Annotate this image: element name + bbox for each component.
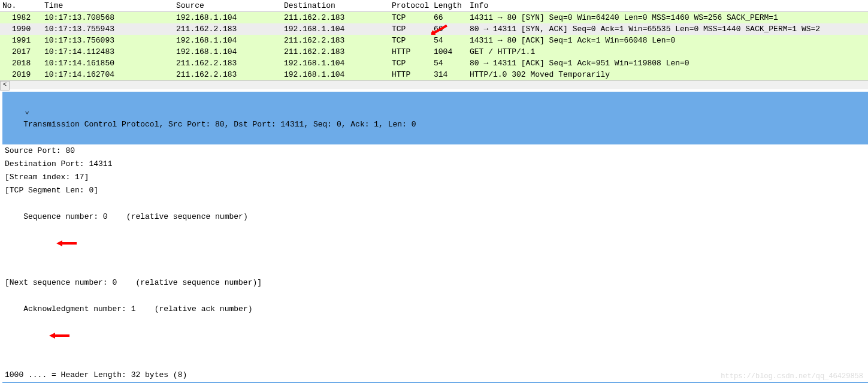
annotation-arrow-icon (28, 224, 77, 263)
packet-cell-len: 54 (431, 35, 467, 46)
packet-cell-no: 2017 (0, 46, 42, 58)
detail-dst-port[interactable]: Destination Port: 14311 (2, 158, 868, 171)
packet-row[interactable]: 201810:17:14.161850211.162.2.183192.168.… (0, 58, 868, 69)
packet-cell-src: 211.162.2.183 (174, 23, 282, 35)
packet-cell-proto: HTTP (389, 46, 431, 58)
packet-cell-time: 10:17:14.112483 (42, 46, 174, 58)
packet-row[interactable]: 198210:17:13.708568192.168.1.104211.162.… (0, 12, 868, 24)
packet-cell-proto: TCP (389, 35, 431, 46)
packet-cell-len: 66 (431, 23, 467, 35)
col-header-protocol[interactable]: Protocol (389, 0, 431, 12)
detail-header-length[interactable]: 1000 .... = Header Length: 32 bytes (8) (2, 369, 868, 382)
packet-cell-info: HTTP/1.0 302 Moved Temporarily (467, 69, 868, 80)
packet-cell-info: 14311 → 80 [ACK] Seq=1 Ack=1 Win=66048 L… (467, 35, 868, 46)
packet-cell-dst: 211.162.2.183 (282, 35, 389, 46)
horizontal-scrollbar[interactable]: < (0, 80, 868, 89)
packet-cell-no: 1982 (0, 12, 42, 24)
packet-list-table[interactable]: No. Time Source Destination Protocol Len… (0, 0, 868, 80)
packet-row[interactable]: 201710:17:14.112483192.168.1.104211.162.… (0, 46, 868, 58)
annotation-arrow-icon (21, 316, 69, 355)
packet-cell-len: 66 (431, 12, 467, 24)
col-header-info[interactable]: Info (467, 0, 868, 12)
col-header-length[interactable]: Length (431, 0, 467, 12)
packet-cell-info: 14311 → 80 [SYN] Seq=0 Win=64240 Len=0 M… (467, 12, 868, 24)
packet-cell-info: GET / HTTP/1.1 (467, 46, 868, 58)
packet-cell-proto: TCP (389, 23, 431, 35)
packet-cell-time: 10:17:13.755943 (42, 23, 174, 35)
scroll-left-button[interactable]: < (0, 81, 10, 91)
packet-row[interactable]: 201910:17:14.162704211.162.2.183192.168.… (0, 69, 868, 80)
packet-details-pane[interactable]: ⌄ Transmission Control Protocol, Src Por… (0, 89, 868, 383)
packet-cell-dst: 192.168.1.104 (282, 23, 389, 35)
packet-row[interactable]: 199110:17:13.756093192.168.1.104211.162.… (0, 35, 868, 46)
packet-cell-dst: 192.168.1.104 (282, 69, 389, 80)
packet-cell-proto: TCP (389, 58, 431, 69)
col-header-no[interactable]: No. (0, 0, 42, 12)
detail-sequence-number[interactable]: Sequence number: 0 (relative sequence nu… (2, 197, 868, 276)
svg-marker-2 (49, 333, 69, 339)
packet-cell-no: 1991 (0, 35, 42, 46)
packet-row[interactable]: 199010:17:13.755943211.162.2.183192.168.… (0, 23, 868, 35)
packet-cell-dst: 211.162.2.183 (282, 12, 389, 24)
packet-list-header-row[interactable]: No. Time Source Destination Protocol Len… (0, 0, 868, 12)
detail-next-sequence-number[interactable]: [Next sequence number: 0 (relative seque… (2, 276, 868, 289)
packet-cell-len: 314 (431, 69, 467, 80)
packet-cell-no: 1990 (0, 23, 42, 35)
packet-cell-no: 2019 (0, 69, 42, 80)
packet-cell-proto: TCP (389, 12, 431, 24)
packet-cell-time: 10:17:13.756093 (42, 35, 174, 46)
svg-marker-0 (431, 23, 448, 35)
packet-cell-src: 192.168.1.104 (174, 12, 282, 24)
annotation-arrow-icon (431, 23, 449, 35)
detail-src-port[interactable]: Source Port: 80 (2, 144, 868, 158)
packet-cell-src: 211.162.2.183 (174, 58, 282, 69)
col-header-source[interactable]: Source (174, 0, 282, 12)
detail-ack-number[interactable]: Acknowledgment number: 1 (relative ack n… (2, 289, 868, 369)
packet-cell-dst: 192.168.1.104 (282, 58, 389, 69)
packet-cell-time: 10:17:13.708568 (42, 12, 174, 24)
packet-cell-info: 80 → 14311 [SYN, ACK] Seq=0 Ack=1 Win=65… (467, 23, 868, 35)
packet-cell-src: 211.162.2.183 (174, 69, 282, 80)
packet-cell-proto: HTTP (389, 69, 431, 80)
packet-cell-src: 192.168.1.104 (174, 35, 282, 46)
expand-toggle-icon[interactable]: ⌄ (23, 105, 31, 118)
svg-marker-1 (56, 240, 77, 246)
packet-cell-time: 10:17:14.161850 (42, 58, 174, 69)
tcp-summary-text: Transmission Control Protocol, Src Port:… (23, 120, 416, 129)
col-header-destination[interactable]: Destination (282, 0, 389, 12)
packet-cell-no: 2018 (0, 58, 42, 69)
packet-cell-dst: 211.162.2.183 (282, 46, 389, 58)
col-header-time[interactable]: Time (42, 0, 174, 12)
packet-cell-len: 54 (431, 58, 467, 69)
packet-cell-info: 80 → 14311 [ACK] Seq=1 Ack=951 Win=11980… (467, 58, 868, 69)
packet-cell-time: 10:17:14.162704 (42, 69, 174, 80)
packet-cell-src: 192.168.1.104 (174, 46, 282, 58)
packet-cell-len: 1004 (431, 46, 467, 58)
detail-stream-index[interactable]: [Stream index: 17] (2, 171, 868, 184)
tcp-summary-row[interactable]: ⌄ Transmission Control Protocol, Src Por… (2, 92, 868, 144)
detail-tcp-segment-len[interactable]: [TCP Segment Len: 0] (2, 184, 868, 197)
